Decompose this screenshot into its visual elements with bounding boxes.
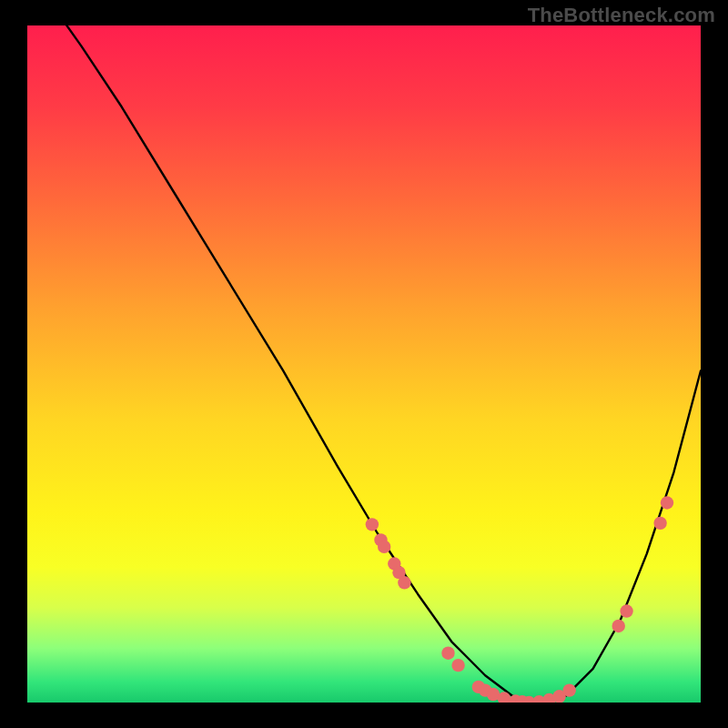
bottleneck-curve	[27, 25, 701, 703]
data-point	[620, 604, 632, 617]
chart-frame: TheBottleneck.com	[0, 0, 728, 728]
plot-area	[27, 25, 701, 703]
data-point	[366, 518, 379, 531]
chart-svg	[27, 25, 701, 703]
data-point	[612, 620, 625, 632]
data-point	[661, 496, 673, 509]
data-point	[441, 646, 454, 659]
data-point	[398, 576, 410, 589]
data-points	[366, 496, 674, 703]
data-point	[378, 541, 390, 553]
data-point	[451, 659, 464, 672]
data-point	[653, 517, 666, 530]
data-point	[563, 683, 576, 696]
watermark-label: TheBottleneck.com	[528, 4, 715, 27]
